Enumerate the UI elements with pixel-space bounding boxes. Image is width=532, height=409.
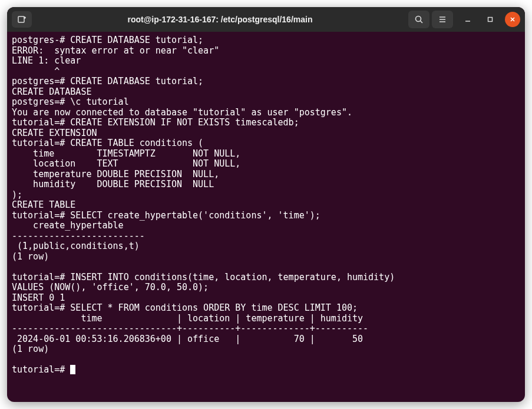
close-button[interactable] (505, 12, 520, 27)
svg-point-3 (416, 16, 421, 22)
window-title: root@ip-172-31-16-167: /etc/postgresql/1… (34, 15, 406, 24)
svg-rect-0 (18, 16, 24, 22)
minimize-icon (464, 16, 471, 23)
terminal-window: root@ip-172-31-16-167: /etc/postgresql/1… (7, 7, 525, 402)
terminal-output[interactable]: postgres-# CREATE DATABASE tutorial; ERR… (7, 32, 525, 402)
minimize-button[interactable] (460, 12, 475, 27)
new-tab-icon (17, 15, 27, 24)
titlebar: root@ip-172-31-16-167: /etc/postgresql/1… (7, 7, 525, 32)
search-icon (414, 15, 424, 24)
window-controls (460, 12, 520, 27)
svg-line-4 (421, 21, 423, 24)
svg-rect-9 (488, 18, 493, 22)
search-button[interactable] (408, 11, 429, 28)
maximize-icon (487, 16, 494, 23)
menu-button[interactable] (432, 11, 453, 28)
hamburger-icon (438, 15, 447, 24)
close-icon (509, 16, 516, 23)
new-tab-button[interactable] (12, 11, 32, 28)
cursor (70, 365, 75, 374)
maximize-button[interactable] (483, 12, 498, 27)
